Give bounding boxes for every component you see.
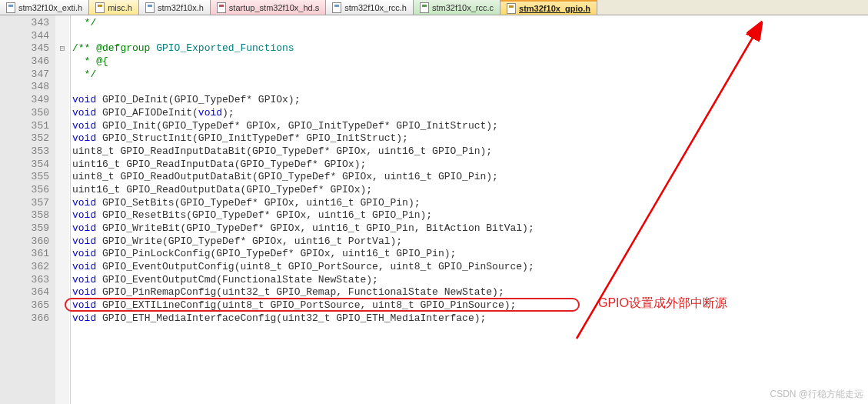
file-icon xyxy=(420,2,429,13)
tab-label: stm32f10x_gpio.h xyxy=(519,4,590,13)
line-number: 349 xyxy=(0,94,49,107)
file-icon xyxy=(332,2,341,13)
tab-misc[interactable]: misc.h xyxy=(89,0,139,15)
code-line: void GPIO_EventOutputCmd(FunctionalState… xyxy=(72,274,868,287)
file-icon xyxy=(145,2,155,13)
line-number: 356 xyxy=(0,184,49,197)
line-number: 353 xyxy=(0,145,49,159)
tab-label: stm32f10x_rcc.h xyxy=(344,3,407,12)
code-line: * @{ xyxy=(72,55,868,68)
tab-bar: stm32f10x_exti.h misc.h stm32f10x.h star… xyxy=(0,0,868,15)
line-number: 361 xyxy=(0,248,49,261)
line-number: 355 xyxy=(0,171,49,184)
code-line xyxy=(72,81,868,94)
code-line: */ xyxy=(72,68,868,82)
tab-rcc-h[interactable]: stm32f10x_rcc.h xyxy=(326,0,414,15)
line-number: 366 xyxy=(0,312,49,326)
line-number: 359 xyxy=(0,222,49,235)
code-line: void GPIO_DeInit(GPIO_TypeDef* GPIOx); xyxy=(72,94,868,107)
tab-gpio-h[interactable]: stm32f10x_gpio.h xyxy=(501,0,597,15)
line-number: 363 xyxy=(0,274,49,287)
code-line: void GPIO_ResetBits(GPIO_TypeDef* GPIOx,… xyxy=(72,209,868,222)
code-line: uint16_t GPIO_ReadOutputData(GPIO_TypeDe… xyxy=(72,184,868,197)
tab-label: startup_stm32f10x_hd.s xyxy=(229,3,319,12)
line-number: 364 xyxy=(0,286,49,299)
tab-label: misc.h xyxy=(108,3,132,12)
tab-label: stm32f10x_rcc.c xyxy=(432,3,494,12)
line-number: 351 xyxy=(0,120,49,133)
code-line: void GPIO_PinRemapConfig(uint32_t GPIO_R… xyxy=(72,286,868,299)
code-line: void GPIO_StructInit(GPIO_InitTypeDef* G… xyxy=(72,132,868,145)
line-number: 350 xyxy=(0,107,49,120)
code-line: uint16_t GPIO_ReadInputData(GPIO_TypeDef… xyxy=(72,159,868,172)
code-line: void GPIO_EventOutputConfig(uint8_t GPIO… xyxy=(72,261,868,274)
tab-exti[interactable]: stm32f10x_exti.h xyxy=(0,0,89,15)
indent-guide xyxy=(70,15,71,404)
code-area[interactable]: */ /** @defgroup GPIO_Exported_Functions… xyxy=(69,15,868,404)
line-number: 346 xyxy=(0,55,49,68)
code-line: void GPIO_Init(GPIO_TypeDef* GPIOx, GPIO… xyxy=(72,120,868,133)
watermark: CSDN @行稳方能走远 xyxy=(770,388,863,401)
code-line: void GPIO_WriteBit(GPIO_TypeDef* GPIOx, … xyxy=(72,222,868,235)
fold-toggle-icon[interactable]: ⊟ xyxy=(55,42,69,55)
code-line: void GPIO_Write(GPIO_TypeDef* GPIOx, uin… xyxy=(72,235,868,249)
code-line: void GPIO_EXTILineConfig(uint8_t GPIO_Po… xyxy=(72,299,868,312)
code-line: void GPIO_SetBits(GPIO_TypeDef* GPIOx, u… xyxy=(72,197,868,210)
line-number-gutter: 343 344 345 346 347 348 349 350 351 352 … xyxy=(0,15,55,404)
line-number: 352 xyxy=(0,132,49,145)
line-number: 343 xyxy=(0,17,49,30)
code-line: void GPIO_AFIODeInit(void); xyxy=(72,107,868,120)
fold-gutter: ⊟ xyxy=(55,15,69,404)
code-editor[interactable]: 343 344 345 346 347 348 349 350 351 352 … xyxy=(0,15,868,404)
line-number: 365 xyxy=(0,299,49,312)
code-line: uint8_t GPIO_ReadInputDataBit(GPIO_TypeD… xyxy=(72,145,868,159)
tab-label: stm32f10x.h xyxy=(158,3,204,12)
file-icon xyxy=(95,2,105,13)
line-number: 358 xyxy=(0,209,49,222)
tab-rcc-c[interactable]: stm32f10x_rcc.c xyxy=(414,0,501,15)
file-icon xyxy=(507,3,516,14)
line-number: 347 xyxy=(0,68,49,82)
annotation-text: GPIO设置成外部中断源 xyxy=(598,297,727,310)
code-line: void GPIO_ETH_MediaInterfaceConfig(uint3… xyxy=(72,312,868,326)
tab-stm32f10x[interactable]: stm32f10x.h xyxy=(139,0,211,15)
tab-label: stm32f10x_exti.h xyxy=(18,3,82,12)
file-icon xyxy=(217,2,226,13)
line-number: 362 xyxy=(0,261,49,274)
line-number: 344 xyxy=(0,30,49,43)
line-number: 360 xyxy=(0,235,49,249)
code-line: void GPIO_PinLockConfig(GPIO_TypeDef* GP… xyxy=(72,248,868,261)
line-number: 345 xyxy=(0,42,49,55)
tab-startup[interactable]: startup_stm32f10x_hd.s xyxy=(211,0,326,15)
code-line: */ xyxy=(72,17,868,30)
file-icon xyxy=(6,2,15,13)
code-line: uint8_t GPIO_ReadOutputDataBit(GPIO_Type… xyxy=(72,171,868,184)
code-line: /** @defgroup GPIO_Exported_Functions xyxy=(72,42,868,55)
line-number: 357 xyxy=(0,197,49,210)
code-line xyxy=(72,30,868,43)
line-number: 354 xyxy=(0,159,49,172)
line-number: 348 xyxy=(0,81,49,94)
